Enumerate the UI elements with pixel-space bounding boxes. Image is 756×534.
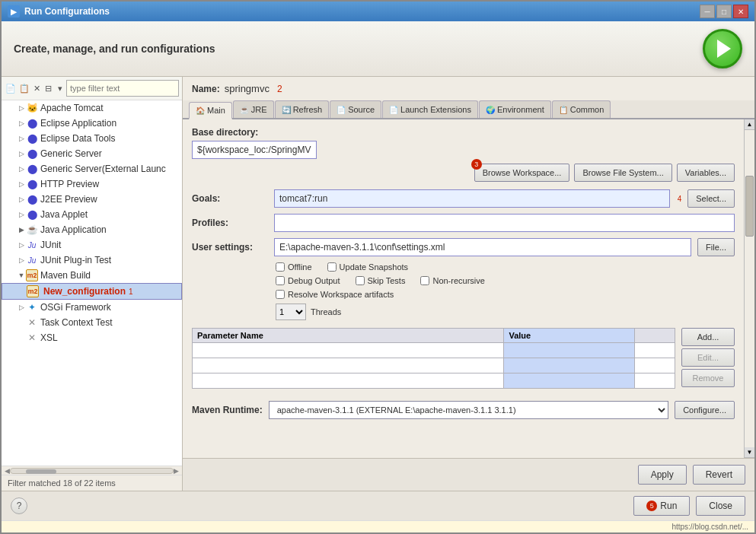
apply-button[interactable]: Apply <box>638 465 687 485</box>
expand-icon[interactable]: ▷ <box>17 134 26 143</box>
tree-item-eclipse-data-tools[interactable]: ▷ ⬤ Eclipse Data Tools <box>2 131 182 146</box>
maven-icon: m2 <box>26 269 38 281</box>
filter-button[interactable]: ▾ <box>55 80 65 97</box>
expand-icon[interactable]: ▷ <box>17 240 26 250</box>
tab-common[interactable]: 📋 Common <box>552 100 611 118</box>
profiles-input[interactable] <box>274 214 735 232</box>
revert-button[interactable]: Revert <box>693 465 745 485</box>
tree-item-junit[interactable]: ▷ Ju JUnit <box>2 237 182 253</box>
help-button[interactable]: ? <box>11 497 27 514</box>
update-snapshots-label: Update Snapshots <box>340 262 409 272</box>
vertical-scrollbar[interactable]: ▲ ▼ <box>744 119 754 458</box>
tree-item-java-application[interactable]: ▶ ☕ Java Application <box>2 222 182 237</box>
non-recursive-checkbox[interactable] <box>420 276 429 285</box>
tree-item-j2ee-preview[interactable]: ▷ ⬤ J2EE Preview <box>2 192 182 207</box>
goals-select-button[interactable]: Select... <box>687 189 735 208</box>
window-icon: ▶ <box>8 5 20 17</box>
scroll-left-button[interactable]: ◀ <box>5 467 10 475</box>
close-button[interactable]: Close <box>696 496 745 516</box>
horizontal-scrollbar[interactable]: ◀ ▶ <box>2 466 182 475</box>
variables-button[interactable]: Variables... <box>677 164 735 182</box>
expand-icon[interactable]: ▷ <box>17 195 26 204</box>
tab-source[interactable]: 📄 Source <box>330 100 381 118</box>
base-dir-input[interactable] <box>192 141 317 159</box>
expand-icon[interactable] <box>17 333 26 342</box>
resolve-workspace-checkbox-label[interactable]: Resolve Workspace artifacts <box>276 290 394 299</box>
expand-icon[interactable]: ▼ <box>17 271 26 280</box>
maven-runtime-select[interactable]: apache-maven-3.1.1 (EXTERNAL E:\apache-m… <box>269 401 668 419</box>
tab-refresh[interactable]: 🔄 Refresh <box>275 100 330 118</box>
expand-icon[interactable] <box>17 318 26 327</box>
skip-tests-checkbox[interactable] <box>356 276 365 285</box>
file-button[interactable]: File... <box>697 238 735 256</box>
run-bottom-button[interactable]: 5 Run <box>633 496 690 516</box>
offline-checkbox[interactable] <box>276 262 285 272</box>
tree-item-java-applet[interactable]: ▷ ⬤ Java Applet <box>2 207 182 222</box>
jre-tab-label: JRE <box>251 105 267 114</box>
tree-item-http-preview[interactable]: ▷ ⬤ HTTP Preview <box>2 176 182 192</box>
expand-icon[interactable]: ▷ <box>17 103 26 113</box>
offline-checkbox-label[interactable]: Offline <box>276 262 312 272</box>
debug-output-checkbox-label[interactable]: Debug Output <box>276 276 340 285</box>
scroll-thumb[interactable] <box>26 469 56 474</box>
update-snapshots-checkbox[interactable] <box>327 262 337 272</box>
edit-param-button[interactable]: Edit... <box>681 348 735 367</box>
footer-buttons: 5 Run Close <box>633 496 745 516</box>
tab-jre[interactable]: ☕ JRE <box>233 100 274 118</box>
junit-plugin-icon: Ju <box>26 254 38 266</box>
resolve-workspace-checkbox[interactable] <box>276 290 285 299</box>
tree-item-eclipse-application[interactable]: ▷ ⬤ Eclipse Application <box>2 116 182 131</box>
user-settings-input[interactable] <box>274 238 691 256</box>
scroll-thumb[interactable] <box>745 176 754 237</box>
goals-input[interactable] <box>274 189 670 208</box>
expand-icon[interactable]: ▷ <box>17 256 26 265</box>
remove-param-button[interactable]: Remove <box>681 369 735 387</box>
expand-icon[interactable]: ▷ <box>17 119 26 128</box>
resolve-workspace-label: Resolve Workspace artifacts <box>288 290 394 299</box>
update-snapshots-checkbox-label[interactable]: Update Snapshots <box>327 262 409 272</box>
tree-item-new-configuration[interactable]: m2 New_configuration 1 <box>2 283 182 300</box>
close-button[interactable]: ✕ <box>733 5 748 18</box>
checkboxes-row-2: Debug Output Skip Tests Non-recursive <box>192 276 735 285</box>
run-button[interactable] <box>703 29 742 68</box>
configure-button[interactable]: Configure... <box>675 401 735 419</box>
tab-launch-extensions[interactable]: 📄 Launch Extensions <box>382 100 478 118</box>
browse-workspace-button[interactable]: Browse Workspace... <box>474 164 570 182</box>
tree-label: Generic Server(External Launc <box>40 164 166 174</box>
new-config-button[interactable]: 📄 <box>5 80 17 97</box>
tree-item-osgi[interactable]: ▷ ✦ OSGi Framework <box>2 300 182 315</box>
tree-item-generic-server-ext[interactable]: ▷ ⬤ Generic Server(External Launc <box>2 161 182 176</box>
browse-file-system-button[interactable]: Browse File System... <box>574 164 671 182</box>
minimize-button[interactable]: ─ <box>700 5 715 18</box>
expand-icon[interactable]: ▷ <box>17 303 26 312</box>
tree-item-generic-server[interactable]: ▷ ⬤ Generic Server <box>2 146 182 161</box>
tree-item-task-context[interactable]: ✕ Task Context Test <box>2 315 182 330</box>
expand-icon[interactable]: ▷ <box>17 180 26 189</box>
scroll-right-button[interactable]: ▶ <box>174 467 179 475</box>
threads-select[interactable]: 1 2 4 <box>276 304 306 320</box>
tab-environment[interactable]: 🌍 Environment <box>479 100 551 118</box>
expand-icon[interactable]: ▷ <box>17 164 26 173</box>
expand-icon[interactable]: ▷ <box>17 149 26 158</box>
tree-item-maven-build[interactable]: ▼ m2 Maven Build <box>2 268 182 283</box>
add-param-button[interactable]: Add... <box>681 328 735 346</box>
non-recursive-checkbox-label[interactable]: Non-recursive <box>420 276 484 285</box>
tree-item-xsl[interactable]: ✕ XSL <box>2 330 182 345</box>
tree-item-apache-tomcat[interactable]: ▷ 🐱 Apache Tomcat <box>2 100 182 116</box>
filter-status: Filter matched 18 of 22 items <box>2 475 182 491</box>
base-directory-section: Base directory: <box>192 127 735 159</box>
expand-icon[interactable]: ▷ <box>17 210 26 219</box>
scroll-up-button[interactable]: ▲ <box>745 119 754 130</box>
scroll-down-button[interactable]: ▼ <box>745 447 754 458</box>
tree-label: Maven Build <box>40 270 91 281</box>
expand-icon[interactable]: ▶ <box>17 225 26 234</box>
collapse-button[interactable]: ⊟ <box>43 80 53 97</box>
skip-tests-checkbox-label[interactable]: Skip Tests <box>356 276 406 285</box>
maximize-button[interactable]: □ <box>716 5 732 18</box>
search-input[interactable] <box>66 80 179 97</box>
delete-config-button[interactable]: ✕ <box>32 80 42 97</box>
tree-item-junit-plugin[interactable]: ▷ Ju JUnit Plug-in Test <box>2 253 182 268</box>
tab-main[interactable]: 🏠 Main <box>189 102 232 119</box>
copy-config-button[interactable]: 📋 <box>18 80 30 97</box>
debug-output-checkbox[interactable] <box>276 276 285 285</box>
